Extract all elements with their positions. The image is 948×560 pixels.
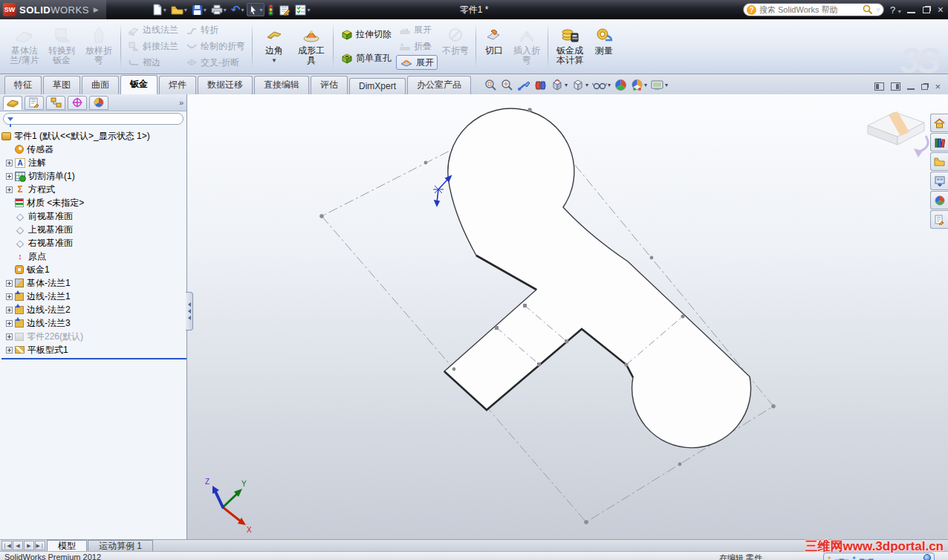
window-minimize-button[interactable] (907, 7, 915, 13)
rebuild-button[interactable] (266, 3, 276, 16)
edit-appearance-button[interactable] (614, 79, 627, 91)
tree-expand-toggle[interactable] (6, 160, 13, 166)
convert-to-sheetmetal-button[interactable]: 转换到 钣金 (44, 21, 79, 72)
search-caret-icon[interactable]: ▾ (876, 4, 880, 15)
hide-show-items-button[interactable]: ▾ (592, 80, 611, 91)
tree-item[interactable]: 边线-法兰3 (1, 316, 186, 330)
collapse-left-pane-button[interactable] (874, 82, 884, 91)
study-tab[interactable]: 运动算例 1 (88, 540, 153, 551)
print-button[interactable]: ▾ (210, 4, 228, 16)
doc-restore-button[interactable] (921, 84, 928, 90)
display-style-caret-icon[interactable]: ▾ (585, 82, 588, 88)
display-style-button[interactable]: ▾ (571, 79, 588, 91)
command-tab[interactable]: 直接编辑 (254, 76, 309, 94)
jog-button[interactable]: 转折 (183, 23, 248, 38)
extruded-cut-button[interactable]: 拉伸切除 (337, 27, 395, 42)
measure-button[interactable]: 测量 (589, 21, 619, 72)
command-tab[interactable]: 特征 (4, 76, 42, 94)
tree-item[interactable]: 边线-法兰2 (1, 303, 186, 316)
sheetmetal-cost-button[interactable]: 钣金成 本计算 (552, 21, 588, 72)
tree-item[interactable]: 原点 (1, 250, 186, 263)
sketch-origin-marker[interactable] (433, 176, 451, 206)
tree-item[interactable]: 传感器 (1, 143, 186, 156)
file-explorer-tab[interactable] (930, 152, 948, 171)
study-tab[interactable]: 模型 (47, 540, 87, 551)
window-restore-button[interactable] (923, 7, 930, 13)
command-tab[interactable]: 钣金 (120, 75, 158, 95)
doc-close-button[interactable]: × (935, 83, 941, 91)
corner-button[interactable]: 边角 ▼ (256, 21, 292, 72)
configuration-manager-tab[interactable] (46, 96, 65, 110)
command-tab[interactable]: 曲面 (82, 76, 119, 94)
save-button[interactable]: ▾ (190, 4, 208, 16)
graphics-viewport[interactable]: X Y Z (187, 94, 948, 539)
view-palette-tab[interactable] (930, 172, 948, 190)
nav-last-button[interactable]: ▶❘ (35, 541, 45, 550)
view-orientation-button[interactable]: ▾ (551, 79, 568, 91)
nav-prev-button[interactable]: ◀ (13, 541, 23, 550)
sketched-bend-button[interactable]: 绘制的折弯 (183, 39, 248, 53)
no-bends-button[interactable]: 不折弯 (439, 21, 472, 72)
sheet-metal-part-outline[interactable] (444, 108, 751, 448)
collapse-right-pane-button[interactable] (891, 82, 900, 91)
tree-filter-input[interactable] (3, 113, 184, 125)
forming-tool-button[interactable]: 成形工 具 (293, 21, 329, 72)
lofted-bend-button[interactable]: 放样折 弯 (81, 21, 117, 72)
tree-item[interactable]: 右视基准面 (1, 236, 186, 250)
panel-splitter-handle[interactable] (186, 292, 193, 331)
feature-manager-tab[interactable] (3, 96, 22, 110)
command-tab[interactable]: 评估 (311, 76, 348, 94)
command-tab[interactable]: 办公室产品 (407, 76, 471, 94)
miter-flange-button[interactable]: 斜接法兰 (125, 39, 181, 53)
tree-expand-toggle[interactable] (6, 347, 13, 354)
property-manager-tab[interactable] (25, 96, 44, 110)
hem-button[interactable]: 褶边 (125, 55, 181, 70)
zoom-to-area-button[interactable] (501, 79, 513, 91)
view-settings-caret-icon[interactable]: ▾ (665, 82, 668, 88)
search-input[interactable] (759, 5, 860, 14)
tree-item[interactable]: 边线-法兰1 (1, 290, 186, 303)
appearances-tab[interactable] (930, 191, 948, 209)
simple-hole-button[interactable]: 简单直孔 (337, 51, 395, 66)
dimxpert-manager-tab[interactable] (68, 96, 87, 110)
custom-list-button[interactable]: ▾ (293, 4, 311, 16)
flatten-button[interactable]: 展开 (396, 55, 438, 70)
help-button[interactable]: ? ▾ (890, 4, 901, 16)
section-view-button[interactable] (534, 79, 547, 91)
tree-expand-toggle[interactable] (6, 320, 13, 327)
cross-break-button[interactable]: 交叉-折断 (183, 55, 248, 70)
window-close-button[interactable]: × (938, 6, 944, 13)
tree-expand-toggle[interactable] (6, 333, 13, 340)
tree-expand-toggle[interactable] (6, 307, 13, 313)
options-button[interactable] (277, 4, 292, 16)
command-tab[interactable]: DimXpert (349, 78, 406, 94)
custom-properties-tab[interactable] (930, 210, 948, 229)
tree-item[interactable]: 上视基准面 (1, 223, 186, 236)
view-settings-button[interactable]: ▾ (651, 79, 668, 91)
tree-expand-toggle[interactable] (6, 173, 13, 180)
tree-item[interactable]: 切割清单(1) (1, 169, 186, 183)
open-button[interactable]: ▾ (169, 4, 189, 16)
tree-expand-toggle[interactable] (6, 280, 13, 287)
insert-bends-button[interactable]: 插入折 弯 (510, 21, 544, 72)
select-button[interactable]: ▾ (247, 3, 264, 16)
search-magnifier-icon[interactable] (863, 4, 873, 15)
tree-item[interactable]: 基体-法兰1 (1, 276, 186, 290)
tree-item[interactable]: 方程式 (1, 183, 186, 196)
tree-root-item[interactable]: 零件1 (默认<<默认>_显示状态 1>) (1, 129, 186, 143)
tree-expand-toggle[interactable] (6, 186, 13, 193)
home-tab[interactable] (930, 114, 948, 132)
apply-scene-caret-icon[interactable]: ▾ (644, 82, 647, 88)
hide-show-caret-icon[interactable]: ▾ (608, 82, 611, 88)
design-library-tab[interactable] (930, 133, 948, 152)
display-manager-tab[interactable] (89, 96, 108, 110)
command-tab[interactable]: 焊件 (159, 76, 196, 94)
tree-expand-toggle[interactable] (6, 293, 13, 300)
tree-item[interactable]: 前视基准面 (1, 209, 186, 223)
tree-item[interactable]: 材质 <未指定> (1, 196, 186, 209)
nav-first-button[interactable]: ❘◀ (1, 541, 12, 550)
apply-scene-button[interactable]: ▾ (631, 79, 647, 91)
doc-minimize-button[interactable] (907, 84, 915, 90)
tree-item[interactable]: 钣金1 (1, 263, 186, 276)
tree-item[interactable]: 注解 (1, 156, 186, 169)
